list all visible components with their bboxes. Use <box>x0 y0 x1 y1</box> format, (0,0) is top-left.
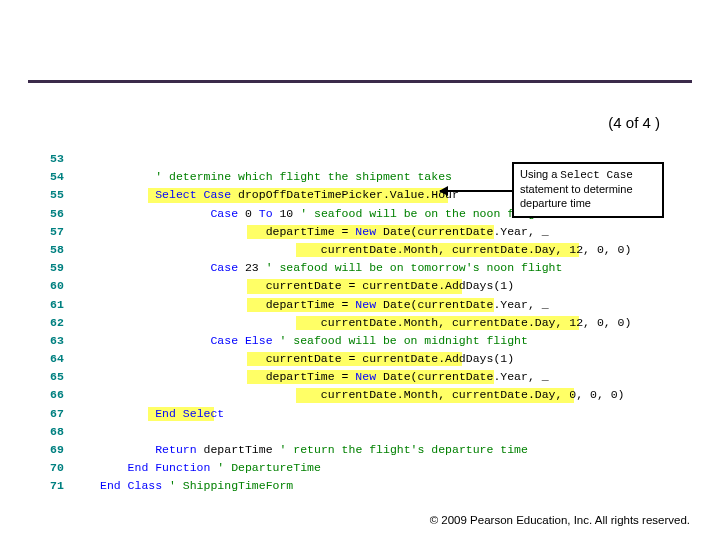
callout-arrow <box>440 190 512 192</box>
callout-box: Using a Select Case statement to determi… <box>512 162 664 218</box>
page-counter: (4 of 4 ) <box>0 114 660 131</box>
line-number: 67 <box>50 405 72 423</box>
code-line: 63 Case Else ' seafood will be on midnig… <box>50 332 670 350</box>
line-number: 63 <box>50 332 72 350</box>
copyright-text: 2009 Pearson Education, Inc. All rights … <box>441 514 690 526</box>
line-number: 53 <box>50 150 72 168</box>
line-number: 65 <box>50 368 72 386</box>
line-number: 61 <box>50 296 72 314</box>
code-line: 66 currentDate.Month, currentDate.Day, 0… <box>50 386 670 404</box>
line-number: 57 <box>50 223 72 241</box>
code-line: 64 currentDate = currentDate.AddDays(1) <box>50 350 670 368</box>
line-number: 70 <box>50 459 72 477</box>
code-line: 60 currentDate = currentDate.AddDays(1) <box>50 277 670 295</box>
code-line: 70 End Function ' DepartureTime <box>50 459 670 477</box>
line-number: 56 <box>50 205 72 223</box>
code-line: 59 Case 23 ' seafood will be on tomorrow… <box>50 259 670 277</box>
callout-code: Select Case <box>560 169 633 181</box>
code-line: 65 departTime = New Date(currentDate.Yea… <box>50 368 670 386</box>
code-line: 57 departTime = New Date(currentDate.Yea… <box>50 223 670 241</box>
divider <box>28 80 692 83</box>
line-number: 55 <box>50 186 72 204</box>
code-line: 58 currentDate.Month, currentDate.Day, 1… <box>50 241 670 259</box>
line-number: 68 <box>50 423 72 441</box>
code-line: 62 currentDate.Month, currentDate.Day, 1… <box>50 314 670 332</box>
line-number: 62 <box>50 314 72 332</box>
code-line: 71End Class ' ShippingTimeForm <box>50 477 670 495</box>
line-number: 54 <box>50 168 72 186</box>
copyright-symbol: © <box>430 514 442 526</box>
code-line: 68 <box>50 423 670 441</box>
line-number: 71 <box>50 477 72 495</box>
callout-text: departure time <box>520 197 591 209</box>
callout-text: statement to determine <box>520 183 633 195</box>
line-number: 69 <box>50 441 72 459</box>
line-number: 58 <box>50 241 72 259</box>
line-number: 66 <box>50 386 72 404</box>
line-number: 64 <box>50 350 72 368</box>
code-line: 67 End Select <box>50 405 670 423</box>
footer: © 2009 Pearson Education, Inc. All right… <box>430 514 690 526</box>
callout-text: Using a <box>520 168 560 180</box>
line-number: 59 <box>50 259 72 277</box>
code-line: 69 Return departTime ' return the flight… <box>50 441 670 459</box>
line-number: 60 <box>50 277 72 295</box>
code-line: 61 departTime = New Date(currentDate.Yea… <box>50 296 670 314</box>
